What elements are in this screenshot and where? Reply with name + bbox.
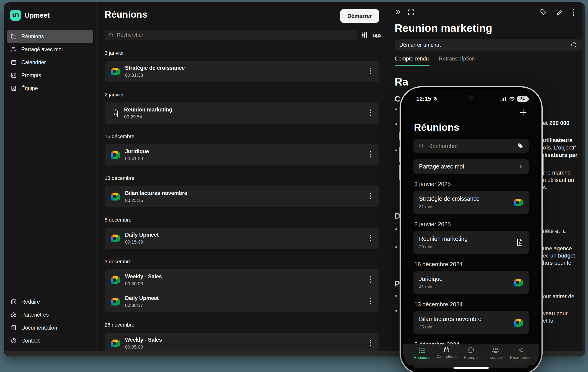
sidebar-footer-item-0[interactable]: Réduire (7, 295, 93, 308)
row-menu-icon[interactable] (368, 66, 373, 77)
sidebar-item-1[interactable]: Partagé avec moi (7, 43, 93, 56)
sidebar-footer-item-3[interactable]: Contact (7, 334, 93, 347)
row-menu-icon[interactable] (368, 275, 373, 285)
meet-icon (111, 298, 120, 306)
row-menu-icon[interactable] (368, 150, 373, 160)
page-title: Réunions (105, 9, 147, 20)
report-text-fragment: our attirer de (543, 293, 574, 300)
home-indicator[interactable] (453, 367, 489, 369)
phone-camera (468, 95, 474, 101)
phone-meeting-duration: 25 min (419, 325, 482, 329)
phone-tab-2[interactable]: Prompts (459, 347, 483, 365)
bullet-dot (395, 310, 397, 312)
sidebar-footer-item-1[interactable]: Paramètres (7, 308, 93, 321)
phone-date-label: 13 décembre 2024 (414, 301, 539, 308)
phone-search-input[interactable]: Rechercher (413, 139, 529, 153)
sidebar-item-0[interactable]: Réunions (7, 30, 93, 43)
meeting-row[interactable]: Daily Upmeet 00:15:49 (105, 228, 379, 249)
phone-shared-row[interactable]: Partagé avec moi (413, 159, 529, 174)
row-menu-icon[interactable] (368, 191, 373, 202)
report-text-fragment: s. (543, 184, 547, 191)
gears-icon (516, 347, 524, 354)
fullscreen-icon[interactable] (408, 9, 415, 16)
sidebar-item-2[interactable]: Calendrier (7, 56, 93, 69)
help-icon (11, 338, 17, 344)
file-up-icon (516, 239, 523, 246)
date-group-label: 26 novembre (105, 322, 379, 328)
report-heading-fragment: Ra (395, 76, 408, 88)
app-logo: Upmeet (7, 10, 93, 21)
phone-meeting-card[interactable]: Stratégie de croissance 31 min (413, 191, 529, 214)
meet-icon (111, 193, 120, 200)
meeting-row[interactable]: Daily Upmeet 00:30:17 (105, 291, 379, 312)
sidebar-item-label: Documentation (21, 325, 57, 331)
meeting-title: Weekly - Sales (125, 337, 363, 343)
phone-meeting-card[interactable]: Reunion marketing 29 min (413, 231, 529, 254)
tab-0[interactable]: Compte-rendu (395, 56, 429, 66)
phone-meeting-card[interactable]: Bilan factures novembre 25 min (413, 311, 529, 334)
phone-tab-bar: Réunions Calendriers Prompts Équipe Para… (403, 344, 539, 365)
bullet-dot (395, 228, 397, 230)
meet-icon (111, 276, 120, 284)
row-menu-icon[interactable] (368, 338, 373, 349)
phone-date-label: 3 janvier 2025 (414, 181, 539, 187)
phone-volume-down-button (399, 165, 400, 180)
sliders-icon (362, 32, 368, 38)
meeting-row[interactable]: Stratégie de croissance 00:31:33 (105, 61, 379, 82)
add-meeting-icon[interactable] (519, 108, 527, 117)
tag-filled-icon[interactable] (517, 143, 524, 149)
phone-page-title: Réunions (403, 117, 539, 133)
list-icon (418, 347, 426, 354)
phone-mockup: 12:15 54 (399, 86, 543, 372)
phone-meeting-duration: 29 min (419, 244, 468, 249)
phone-meeting-card[interactable]: Juridique 41 min (413, 271, 529, 294)
more-menu-icon[interactable] (572, 8, 575, 16)
edit-pencil-icon[interactable] (556, 9, 563, 16)
search-input[interactable]: Rechercher (105, 30, 357, 40)
phone-tab-3[interactable]: Équipe (483, 347, 508, 365)
meeting-row[interactable]: Juridique 00:41:29 (105, 144, 379, 165)
meeting-duration: 00:25:16 (125, 198, 363, 203)
phone-meeting-title: Stratégie de croissance (419, 195, 479, 202)
row-menu-icon[interactable] (368, 108, 373, 119)
meeting-duration: 00:29:54 (124, 114, 363, 120)
bullet-dot (395, 246, 397, 248)
meeting-title: Daily Upmeet (125, 232, 363, 238)
meeting-title: Reunion marketing (395, 22, 581, 34)
sidebar-nav: Réunions Partagé avec moi Calendrier Pro… (7, 30, 93, 95)
report-text-fragment: veau pour (543, 310, 568, 317)
meet-icon (111, 151, 120, 159)
phone-tab-1[interactable]: Calendriers (434, 347, 459, 365)
meeting-row[interactable]: Reunion marketing 00:29:54 (105, 102, 379, 124)
meeting-card: Daily Upmeet 00:15:49 (105, 228, 379, 249)
meeting-row[interactable]: Weekly - Sales 00:30:03 (105, 269, 379, 291)
chat-input[interactable]: Démarrer un chat (395, 39, 582, 51)
phone-tab-4[interactable]: Paramètres (508, 347, 532, 365)
chat-bubble-icon (571, 42, 577, 48)
meetings-panel: Réunions Démarrer Rechercher (97, 2, 385, 356)
sidebar-item-3[interactable]: Prompts (7, 69, 93, 82)
scrollbar-gutter[interactable] (582, 2, 585, 356)
meeting-card: Reunion marketing 00:29:54 (105, 102, 379, 124)
meeting-row[interactable]: Bilan factures novembre 00:25:16 (105, 186, 379, 207)
row-menu-icon[interactable] (368, 233, 373, 244)
phone-tab-label: Calendriers (437, 354, 457, 359)
tags-filter-button[interactable]: Tags (362, 32, 382, 38)
sidebar-item-4[interactable]: Équipe (7, 82, 93, 95)
sidebar-footer-item-2[interactable]: Documentation (7, 321, 93, 334)
row-menu-icon[interactable] (368, 296, 373, 307)
tab-1[interactable]: Retranscription (439, 56, 475, 66)
tag-icon[interactable] (540, 9, 547, 16)
search-placeholder: Rechercher (117, 32, 143, 38)
report-text-fragment: une agence (543, 245, 572, 252)
report-heading-fragment: P (395, 280, 400, 288)
meet-icon (111, 339, 120, 347)
wifi-icon (509, 97, 515, 101)
phone-tab-0[interactable]: Réunions (410, 347, 434, 365)
collapse-panel-icon[interactable] (395, 9, 402, 16)
date-group-label: 13 décembre (105, 175, 379, 181)
date-group-label: 16 décembre (105, 133, 379, 140)
start-meeting-button[interactable]: Démarrer (340, 9, 379, 23)
report-text-fragment: et 200 000 (543, 120, 569, 126)
phone-meeting-title: Reunion marketing (419, 235, 468, 242)
